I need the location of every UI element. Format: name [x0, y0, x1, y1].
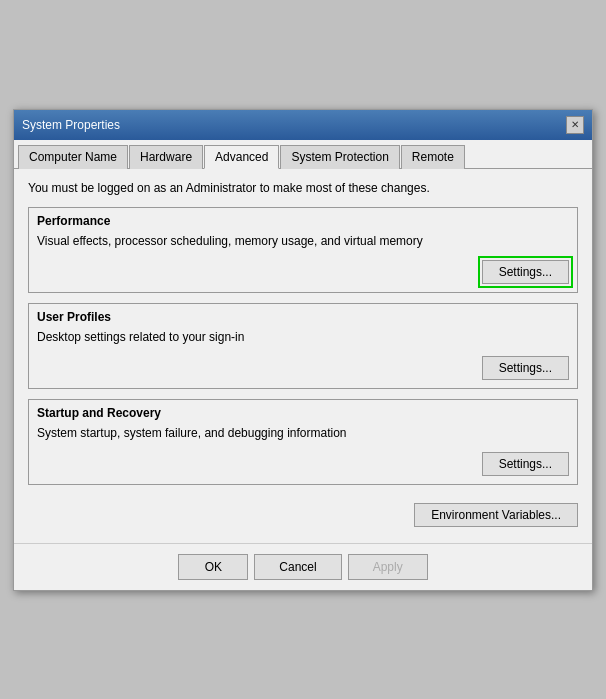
env-variables-row: Environment Variables...: [28, 495, 578, 531]
tab-hardware[interactable]: Hardware: [129, 145, 203, 169]
performance-section: Performance Visual effects, processor sc…: [28, 207, 578, 293]
apply-button[interactable]: Apply: [348, 554, 428, 580]
user-profiles-btn-row: Settings...: [29, 352, 577, 388]
startup-recovery-settings-button[interactable]: Settings...: [482, 452, 569, 476]
startup-recovery-section: Startup and Recovery System startup, sys…: [28, 399, 578, 485]
startup-recovery-btn-row: Settings...: [29, 448, 577, 484]
ok-button[interactable]: OK: [178, 554, 248, 580]
user-profiles-title: User Profiles: [29, 304, 577, 326]
performance-btn-row: Settings...: [29, 256, 577, 292]
performance-title: Performance: [29, 208, 577, 230]
title-bar: System Properties ✕: [14, 110, 592, 140]
tab-bar: Computer Name Hardware Advanced System P…: [14, 140, 592, 169]
performance-desc: Visual effects, processor scheduling, me…: [29, 230, 577, 256]
user-profiles-desc: Desktop settings related to your sign-in: [29, 326, 577, 352]
system-properties-window: System Properties ✕ Computer Name Hardwa…: [13, 109, 593, 591]
footer-bar: OK Cancel Apply: [14, 543, 592, 590]
performance-settings-button[interactable]: Settings...: [482, 260, 569, 284]
tab-system-protection[interactable]: System Protection: [280, 145, 399, 169]
tab-advanced[interactable]: Advanced: [204, 145, 279, 169]
user-profiles-settings-button[interactable]: Settings...: [482, 356, 569, 380]
startup-recovery-title: Startup and Recovery: [29, 400, 577, 422]
environment-variables-button[interactable]: Environment Variables...: [414, 503, 578, 527]
user-profiles-section: User Profiles Desktop settings related t…: [28, 303, 578, 389]
close-button[interactable]: ✕: [566, 116, 584, 134]
title-bar-controls: ✕: [566, 116, 584, 134]
window-title: System Properties: [22, 118, 120, 132]
startup-recovery-desc: System startup, system failure, and debu…: [29, 422, 577, 448]
tab-computer-name[interactable]: Computer Name: [18, 145, 128, 169]
tab-content: You must be logged on as an Administrato…: [14, 169, 592, 543]
admin-notice: You must be logged on as an Administrato…: [28, 181, 578, 195]
tab-remote[interactable]: Remote: [401, 145, 465, 169]
cancel-button[interactable]: Cancel: [254, 554, 341, 580]
